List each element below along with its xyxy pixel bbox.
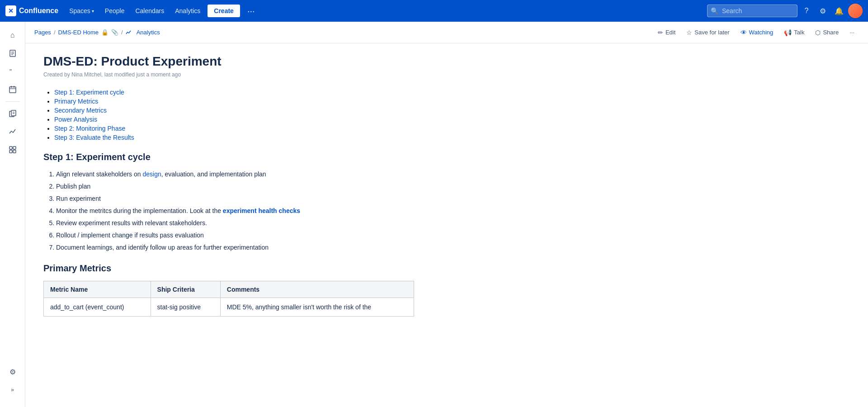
- list-item: Align relevant stakeholders on design, e…: [56, 170, 550, 179]
- table-header: Metric Name Ship Criteria Comments: [44, 281, 414, 298]
- edit-button[interactable]: ✏ Edit: [653, 27, 680, 38]
- page-actions: ✏ Edit ☆ Save for later 👁 Watching 📢 Tal…: [653, 27, 859, 38]
- help-icon-btn[interactable]: ?: [799, 4, 814, 18]
- list-item: Review experiment results with relevant …: [56, 218, 550, 228]
- list-item: Run experiment: [56, 194, 550, 204]
- sidebar-icon-copy[interactable]: [5, 105, 21, 122]
- confluence-logo-icon: ✕: [5, 5, 16, 16]
- sidebar-icon-home[interactable]: ⌂: [5, 27, 21, 43]
- sidebar-icon-document[interactable]: [5, 45, 21, 62]
- table-row: add_to_cart (event_count) stat-sig posit…: [44, 298, 414, 317]
- nav-right-actions: 🔍 ? ⚙ 🔔: [707, 4, 863, 18]
- eye-icon: 👁: [741, 29, 747, 36]
- svg-rect-14: [13, 147, 16, 149]
- analytics-breadcrumb-icon: [126, 29, 134, 36]
- toc-link-primary[interactable]: Primary Metrics: [54, 98, 98, 105]
- search-input[interactable]: [707, 5, 797, 17]
- table-body: add_to_cart (event_count) stat-sig posit…: [44, 298, 414, 317]
- page-meta: Created by Nina Mitchel, last modified j…: [43, 71, 550, 78]
- toc-link-step1[interactable]: Step 1: Experiment cycle: [54, 89, 124, 96]
- col-metric-name: Metric Name: [44, 281, 151, 298]
- svg-rect-10: [11, 110, 16, 116]
- metrics-table: Metric Name Ship Criteria Comments add_t…: [43, 281, 414, 317]
- list-item: Monitor the metritcs during the implemen…: [56, 206, 550, 216]
- toc-link-power[interactable]: Power Analysis: [54, 116, 97, 123]
- breadcrumb-sep-2: /: [121, 29, 123, 36]
- sidebar-icon-quote[interactable]: ": [5, 63, 21, 80]
- logo[interactable]: ✕ Confluence: [5, 5, 58, 16]
- link-icon[interactable]: 📎: [111, 29, 118, 36]
- lock-icon[interactable]: 🔒: [101, 29, 108, 36]
- list-item: Publish plan: [56, 182, 550, 191]
- list-item: Primary Metrics: [54, 98, 550, 105]
- design-link[interactable]: design: [142, 170, 161, 178]
- list-item: Rollout / implement change if results pa…: [56, 231, 550, 240]
- breadcrumb: Pages / DMS-ED Home 🔒 📎 / Analytics: [34, 29, 653, 36]
- svg-rect-16: [13, 150, 16, 153]
- share-button[interactable]: ⬡ Share: [811, 27, 843, 38]
- megaphone-icon: 📢: [784, 29, 792, 36]
- step1-heading: Step 1: Experiment cycle: [43, 152, 550, 162]
- edit-icon: ✏: [658, 29, 663, 36]
- ellipsis-icon: ···: [849, 29, 854, 36]
- nav-spaces[interactable]: Spaces ▾: [66, 5, 98, 16]
- cell-metric-name: add_to_cart (event_count): [44, 298, 151, 317]
- list-item: Secondary Metrics: [54, 107, 550, 114]
- nav-calendars[interactable]: Calendars: [132, 5, 168, 16]
- col-ship-criteria: Ship Criteria: [151, 281, 220, 298]
- svg-text:": ": [9, 68, 12, 75]
- nav-people[interactable]: People: [101, 5, 128, 16]
- watching-button[interactable]: 👁 Watching: [736, 27, 778, 38]
- avatar-image: [848, 4, 863, 18]
- toc-list: Step 1: Experiment cycle Primary Metrics…: [43, 89, 550, 141]
- sidebar-icon-analytics[interactable]: [5, 123, 21, 140]
- sidebar-icon-integrations[interactable]: [5, 142, 21, 158]
- list-item: Step 2: Monitoring Phase: [54, 125, 550, 132]
- more-actions-button[interactable]: ···: [845, 27, 859, 38]
- svg-rect-5: [9, 87, 16, 93]
- search-wrapper: 🔍: [707, 5, 797, 17]
- settings-icon-btn[interactable]: ⚙: [816, 4, 830, 18]
- list-item: Step 1: Experiment cycle: [54, 89, 550, 96]
- col-comments: Comments: [220, 281, 414, 298]
- step1-list: Align relevant stakeholders on design, e…: [43, 170, 550, 252]
- logo-text: Confluence: [19, 7, 58, 15]
- page-toolbar: Pages / DMS-ED Home 🔒 📎 / Analytics ✏ Ed…: [25, 22, 868, 43]
- toc-link-secondary[interactable]: Secondary Metrics: [54, 107, 107, 114]
- health-checks-link[interactable]: experiment health checks: [223, 207, 300, 214]
- breadcrumb-analytics[interactable]: Analytics: [137, 29, 160, 36]
- cell-comments: MDE 5%, anything smaller isn't worth the…: [220, 298, 414, 317]
- share-icon: ⬡: [815, 29, 821, 36]
- main-content: DMS-ED: Product Experiment Created by Ni…: [25, 43, 568, 327]
- page-title: DMS-ED: Product Experiment: [43, 54, 550, 69]
- sidebar-divider: [5, 101, 20, 102]
- avatar[interactable]: [848, 4, 863, 18]
- list-item: Document learnings, and identify follow …: [56, 243, 550, 252]
- nav-more-button[interactable]: ···: [244, 4, 259, 18]
- star-icon: ☆: [686, 29, 692, 36]
- toc-link-step2[interactable]: Step 2: Monitoring Phase: [54, 125, 125, 132]
- list-item: Step 3: Evaluate the Results: [54, 134, 550, 141]
- svg-rect-13: [9, 147, 12, 149]
- save-for-later-button[interactable]: ☆ Save for later: [682, 27, 734, 38]
- list-item: Power Analysis: [54, 116, 550, 123]
- breadcrumb-pages[interactable]: Pages: [34, 29, 51, 36]
- talk-button[interactable]: 📢 Talk: [779, 27, 809, 38]
- spaces-chevron-icon: ▾: [92, 9, 94, 14]
- nav-analytics[interactable]: Analytics: [171, 5, 204, 16]
- sidebar-icon-calendar[interactable]: [5, 81, 21, 98]
- breadcrumb-sep-1: /: [54, 29, 56, 36]
- breadcrumb-home[interactable]: DMS-ED Home: [58, 29, 99, 36]
- svg-rect-15: [9, 150, 12, 153]
- primary-metrics-heading: Primary Metrics: [43, 263, 550, 274]
- left-sidebar: ⌂ ": [0, 22, 25, 327]
- create-button[interactable]: Create: [208, 5, 240, 17]
- cell-ship-criteria: stat-sig positive: [151, 298, 220, 317]
- toc-link-step3[interactable]: Step 3: Evaluate the Results: [54, 134, 134, 141]
- notifications-icon-btn[interactable]: 🔔: [832, 4, 846, 18]
